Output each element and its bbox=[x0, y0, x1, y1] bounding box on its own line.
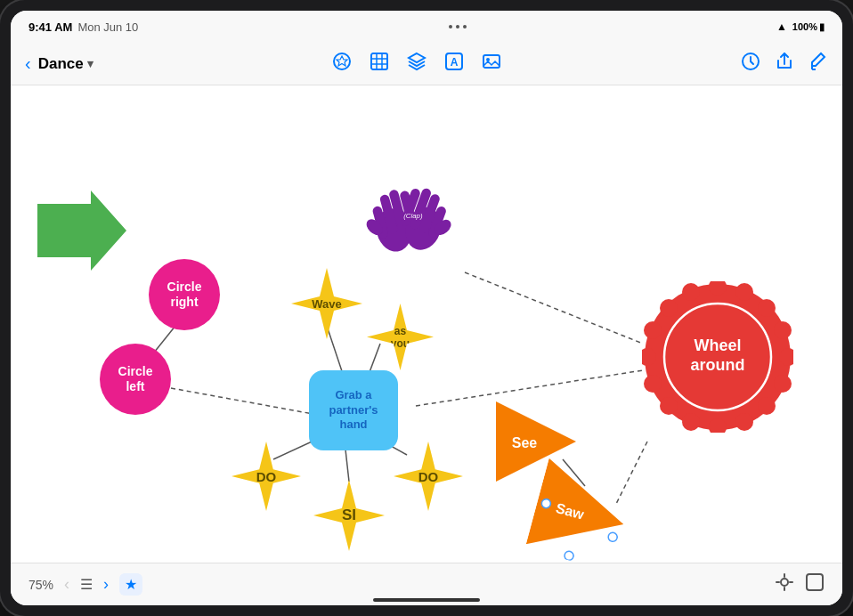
svg-text:See: See bbox=[512, 435, 538, 450]
grab-partner-label: Grab a partner's hand bbox=[329, 388, 378, 434]
dot3 bbox=[463, 25, 467, 28]
doc-dropdown-icon[interactable]: ▾ bbox=[87, 57, 93, 70]
share-icon[interactable] bbox=[775, 52, 794, 76]
arrange-icon[interactable] bbox=[775, 572, 794, 596]
svg-marker-24 bbox=[37, 190, 126, 271]
green-arrow bbox=[37, 190, 126, 271]
circle-right-label: Circle right bbox=[167, 280, 202, 310]
list-icon[interactable]: ☰ bbox=[80, 576, 93, 593]
svg-rect-71 bbox=[807, 574, 823, 590]
svg-rect-1 bbox=[371, 53, 387, 69]
svg-point-43 bbox=[774, 321, 792, 339]
svg-point-53 bbox=[644, 321, 662, 339]
ipad-screen: 9:41 AM Mon Jun 10 ▲ 100% ▮ ‹ Danc bbox=[11, 11, 842, 605]
do-right-label: DO bbox=[418, 469, 439, 484]
battery-icon: 100% ▮ bbox=[792, 21, 825, 33]
do-left-shape[interactable]: DO bbox=[232, 442, 301, 511]
battery-level: 100% bbox=[792, 21, 817, 32]
home-indicator bbox=[373, 598, 480, 602]
svg-point-63 bbox=[540, 498, 551, 509]
wifi-icon: ▲ bbox=[776, 20, 787, 33]
svg-text:Wheel: Wheel bbox=[694, 336, 741, 354]
wheel-around-container: Wheel around bbox=[642, 281, 793, 433]
svg-text:A: A bbox=[451, 56, 459, 69]
shape-tool-icon[interactable] bbox=[332, 52, 352, 76]
svg-point-42 bbox=[758, 299, 776, 317]
wave-label: Wave bbox=[312, 297, 341, 311]
toolbar-right bbox=[741, 52, 828, 76]
status-bar-left: 9:41 AM Mon Jun 10 bbox=[28, 20, 138, 34]
star-button[interactable]: ★ bbox=[119, 573, 142, 596]
history-icon[interactable] bbox=[741, 52, 760, 76]
toolbar: ‹ Dance ▾ bbox=[11, 43, 842, 85]
svg-point-66 bbox=[781, 579, 788, 586]
layout-icon[interactable] bbox=[805, 572, 825, 596]
time: 9:41 AM bbox=[28, 20, 72, 34]
back-button[interactable]: ‹ bbox=[25, 53, 31, 74]
layers-tool-icon[interactable] bbox=[407, 52, 426, 76]
circle-left-label: Circle left bbox=[118, 364, 153, 394]
text-tool-icon[interactable]: A bbox=[444, 52, 464, 76]
bottom-left: 75% ‹ ☰ › ★ bbox=[28, 571, 142, 597]
do-right-shape[interactable]: DO bbox=[394, 442, 463, 511]
table-tool-icon[interactable] bbox=[370, 52, 389, 76]
next-button[interactable]: › bbox=[100, 571, 112, 597]
dot1 bbox=[449, 25, 452, 28]
doc-title[interactable]: Dance ▾ bbox=[38, 55, 93, 73]
svg-point-51 bbox=[644, 375, 662, 393]
toolbar-left[interactable]: ‹ Dance ▾ bbox=[25, 53, 93, 74]
svg-point-41 bbox=[735, 283, 753, 301]
svg-point-65 bbox=[607, 531, 618, 542]
svg-text:around: around bbox=[691, 356, 745, 374]
svg-line-21 bbox=[465, 272, 643, 344]
battery-symbol: ▮ bbox=[819, 21, 825, 33]
canvas[interactable]: Circle right Circle left bbox=[11, 85, 842, 563]
svg-text:(Clap): (Clap) bbox=[403, 212, 423, 220]
status-bar-right: ▲ 100% ▮ bbox=[776, 20, 825, 33]
svg-point-54 bbox=[660, 299, 678, 317]
toolbar-center: A bbox=[93, 52, 741, 76]
zoom-level: 75% bbox=[28, 578, 53, 592]
do-left-label: DO bbox=[256, 469, 277, 484]
svg-line-14 bbox=[171, 388, 318, 415]
si-shape[interactable]: SI bbox=[313, 480, 385, 551]
svg-point-46 bbox=[758, 397, 776, 415]
svg-point-47 bbox=[735, 413, 753, 431]
saw-triangle[interactable]: Saw bbox=[526, 458, 635, 563]
ipad-frame: 9:41 AM Mon Jun 10 ▲ 100% ▮ ‹ Danc bbox=[0, 0, 853, 616]
status-bar-dots bbox=[449, 25, 467, 28]
image-tool-icon[interactable] bbox=[482, 52, 501, 76]
svg-point-49 bbox=[682, 413, 700, 431]
as-you-shape[interactable]: as you bbox=[367, 304, 434, 370]
grab-partner-shape[interactable]: Grab a partner's hand bbox=[309, 370, 398, 450]
svg-point-50 bbox=[660, 397, 678, 415]
svg-point-64 bbox=[564, 550, 574, 561]
date: Mon Jun 10 bbox=[77, 20, 138, 34]
wave-shape[interactable]: Wave bbox=[291, 268, 362, 339]
prev-button[interactable]: ‹ bbox=[61, 571, 73, 597]
edit-icon[interactable] bbox=[808, 52, 828, 76]
status-bar: 9:41 AM Mon Jun 10 ▲ 100% ▮ bbox=[11, 11, 842, 43]
svg-point-45 bbox=[774, 375, 792, 393]
hands-clap: (Clap) (Clap) bbox=[331, 166, 456, 255]
bottom-right bbox=[775, 572, 825, 596]
circle-left[interactable]: Circle left bbox=[100, 344, 171, 415]
si-label: SI bbox=[342, 507, 356, 524]
svg-text:(Clap): (Clap) bbox=[345, 215, 365, 223]
circle-right[interactable]: Circle right bbox=[149, 259, 220, 330]
dot2 bbox=[456, 25, 459, 28]
as-you-label: as you bbox=[391, 325, 410, 350]
svg-line-20 bbox=[416, 370, 643, 406]
svg-point-55 bbox=[682, 283, 700, 301]
